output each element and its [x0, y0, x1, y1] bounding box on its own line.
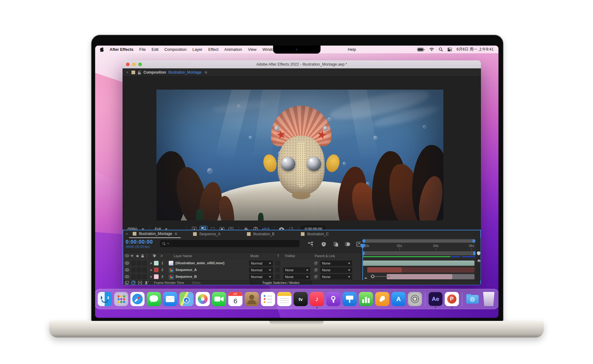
battery-icon[interactable]: [417, 48, 425, 51]
menu-clock[interactable]: 6月6日 周一 上午9:41: [457, 47, 494, 52]
maps-icon[interactable]: [180, 292, 194, 306]
reminders-icon[interactable]: [261, 292, 275, 306]
solo-toggle[interactable]: [137, 267, 141, 273]
apple-tv-icon[interactable]: tv: [294, 292, 308, 306]
downloads-folder-icon[interactable]: ↓: [466, 292, 480, 306]
zoom-out-mountain-icon[interactable]: [364, 276, 368, 279]
time-navigator-bar[interactable]: [362, 239, 475, 243]
pickwhip-icon[interactable]: @: [314, 261, 318, 265]
menu-item-effect[interactable]: Effect: [208, 47, 218, 52]
mode-dropdown[interactable]: Normal: [249, 274, 273, 280]
layer-color-swatch[interactable]: [154, 274, 159, 279]
current-timecode[interactable]: 0:00:00:00: [126, 239, 153, 245]
timeline-tab-illustration-montage[interactable]: Illustration_Montage ≡: [129, 230, 181, 238]
layer-color-swatch[interactable]: [154, 268, 159, 272]
column-hash[interactable]: #: [161, 254, 163, 258]
in-out-panes-icon[interactable]: [138, 281, 142, 285]
pickwhip-icon[interactable]: @: [314, 274, 318, 279]
timeline-zoom-slider-knob[interactable]: [371, 275, 374, 278]
draft-3d-icon[interactable]: [320, 241, 328, 248]
timeline-graph-area[interactable]: :00s 02s 04s 06s: [361, 238, 477, 280]
solo-toggle[interactable]: [137, 261, 141, 266]
motion-blur-icon[interactable]: [344, 241, 352, 248]
keynote-icon[interactable]: [343, 292, 357, 306]
menu-item-file[interactable]: File: [139, 47, 146, 52]
facetime-icon[interactable]: [212, 292, 226, 306]
column-parent-link[interactable]: Parent & Link: [315, 254, 335, 258]
panel-menu-icon[interactable]: ≡: [175, 231, 177, 236]
pickwhip-icon[interactable]: @: [314, 268, 318, 272]
live-update-icon[interactable]: [131, 281, 135, 285]
apple-menu-icon[interactable]: [100, 47, 104, 52]
audio-toggle[interactable]: [131, 267, 136, 273]
comp-marker-icon[interactable]: [477, 258, 481, 262]
visibility-eye-icon[interactable]: [125, 262, 129, 265]
podcasts-icon[interactable]: [326, 292, 341, 306]
close-panel-icon[interactable]: ×: [126, 232, 128, 236]
calendar-icon[interactable]: 6月 6: [228, 292, 243, 306]
parent-dropdown[interactable]: None: [320, 274, 352, 280]
finder-icon[interactable]: [98, 292, 112, 306]
visibility-eye-icon[interactable]: [125, 275, 129, 278]
after-effects-dock-icon[interactable]: Ae: [429, 292, 443, 306]
control-center-icon[interactable]: [447, 48, 452, 51]
close-panel-icon[interactable]: ×: [126, 70, 128, 75]
system-preferences-icon[interactable]: [408, 292, 422, 306]
window-titlebar[interactable]: Adobe After Effects 2022 - Illustration_…: [123, 60, 481, 68]
trash-icon[interactable]: [482, 292, 496, 306]
panel-menu-icon[interactable]: ≡: [204, 70, 207, 75]
trkmat-dropdown[interactable]: None: [283, 274, 310, 280]
layer-bar-3-tail[interactable]: [452, 274, 474, 279]
composition-viewer-image[interactable]: [156, 90, 443, 220]
menu-item-view[interactable]: View: [248, 47, 256, 52]
parent-dropdown[interactable]: None: [320, 267, 352, 273]
audio-toggle[interactable]: [131, 274, 136, 279]
messages-icon[interactable]: [147, 292, 161, 306]
layer-bar-2-trimmed[interactable]: [367, 267, 402, 273]
frame-blending-icon[interactable]: [332, 241, 340, 248]
solo-toggle[interactable]: [137, 274, 141, 279]
column-trkmat[interactable]: TrkMat: [284, 254, 295, 258]
menu-item-help[interactable]: Help: [348, 47, 356, 52]
expand-chevron-icon[interactable]: [151, 269, 152, 271]
column-mode[interactable]: Mode: [250, 254, 259, 258]
search-icon[interactable]: [439, 47, 443, 51]
timeline-tab-illustration-b[interactable]: Illustration_B: [243, 230, 278, 238]
menu-item-animation[interactable]: Animation: [224, 47, 242, 52]
comp-mini-flowchart-icon[interactable]: [307, 241, 315, 248]
timeline-tab-illustration-c[interactable]: Illustration_C: [297, 230, 332, 238]
unlock-icon[interactable]: [138, 71, 141, 75]
lock-toggle[interactable]: [142, 267, 147, 273]
layer-name[interactable]: Sequence_A: [175, 268, 197, 272]
column-t[interactable]: T: [277, 254, 279, 258]
pages-icon[interactable]: [375, 292, 389, 306]
t-toggle[interactable]: [275, 261, 280, 266]
app-store-icon[interactable]: A: [392, 292, 406, 306]
layer-row-2[interactable]: 2 Sequence_A Normal None @ None: [123, 267, 361, 274]
shield-icon[interactable]: [477, 251, 480, 255]
navigator-end-handle[interactable]: [473, 239, 475, 243]
navigator-start-handle[interactable]: [362, 239, 365, 243]
audio-toggle[interactable]: [131, 261, 136, 266]
safari-icon[interactable]: [131, 292, 145, 306]
music-icon[interactable]: ♪: [310, 292, 324, 306]
layer-row-1[interactable]: 1 [illustration_anim_v002.mov] Normal @ …: [123, 260, 361, 267]
mail-icon[interactable]: [163, 292, 177, 306]
timeline-tab-sequence-a[interactable]: Sequence_A: [189, 230, 224, 238]
column-layer-name[interactable]: Layer Name: [174, 254, 192, 258]
menu-item-layer[interactable]: Layer: [192, 47, 203, 52]
work-area-end-handle[interactable]: [473, 251, 475, 255]
t-toggle[interactable]: [275, 267, 280, 273]
launchpad-icon[interactable]: [114, 292, 128, 306]
render-time-pane-icon[interactable]: [145, 281, 149, 285]
menu-item-edit[interactable]: Edit: [151, 47, 158, 52]
notes-icon[interactable]: [277, 292, 292, 306]
playhead[interactable]: [362, 244, 363, 280]
timeline-search-input[interactable]: [160, 240, 299, 247]
visibility-eye-icon[interactable]: [125, 269, 129, 271]
t-toggle[interactable]: [275, 274, 280, 279]
numbers-icon[interactable]: [359, 292, 373, 306]
layer-row-3[interactable]: 3 Sequence_B Normal None @ None: [123, 273, 361, 281]
expand-chevron-icon[interactable]: [151, 262, 152, 265]
expand-layer-pane-icon[interactable]: [125, 281, 129, 285]
